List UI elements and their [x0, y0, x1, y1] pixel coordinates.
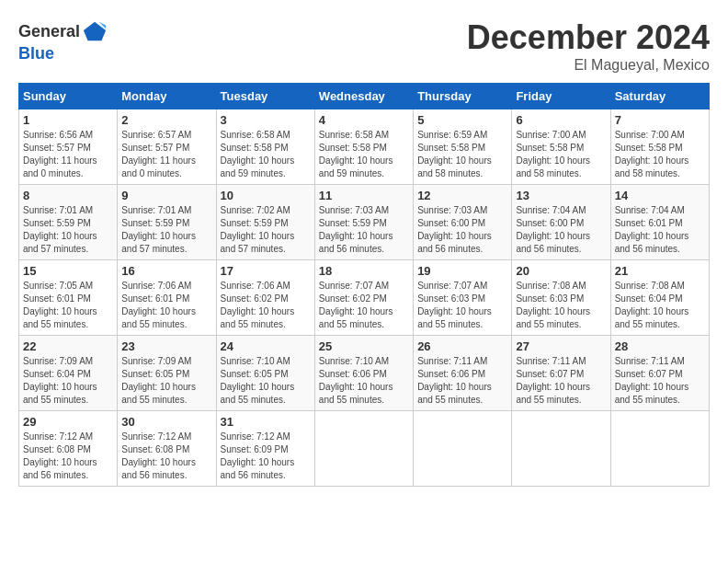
calendar-week-row: 29 Sunrise: 7:12 AMSunset: 6:08 PMDaylig… [19, 411, 710, 487]
weekday-header-cell: Monday [118, 84, 216, 109]
calendar-day-cell: 16 Sunrise: 7:06 AMSunset: 6:01 PMDaylig… [118, 260, 216, 336]
day-number: 25 [319, 339, 409, 353]
calendar-day-cell: 1 Sunrise: 6:56 AMSunset: 5:57 PMDayligh… [19, 109, 118, 185]
calendar-day-cell: 18 Sunrise: 7:07 AMSunset: 6:02 PMDaylig… [314, 260, 413, 336]
calendar-day-cell: 10 Sunrise: 7:02 AMSunset: 5:59 PMDaylig… [216, 185, 314, 260]
day-number: 19 [417, 264, 507, 278]
weekday-header-cell: Wednesday [314, 84, 413, 109]
day-info: Sunrise: 7:11 AMSunset: 6:07 PMDaylight:… [516, 356, 590, 405]
day-info: Sunrise: 7:00 AMSunset: 5:58 PMDaylight:… [615, 130, 689, 178]
day-info: Sunrise: 6:57 AMSunset: 5:57 PMDaylight:… [121, 130, 196, 178]
calendar-day-cell: 8 Sunrise: 7:01 AMSunset: 5:59 PMDayligh… [19, 185, 118, 260]
calendar-day-cell: 22 Sunrise: 7:09 AMSunset: 6:04 PMDaylig… [19, 336, 118, 411]
day-info: Sunrise: 7:11 AMSunset: 6:06 PMDaylight:… [417, 356, 492, 405]
weekday-header-cell: Friday [512, 84, 610, 109]
day-info: Sunrise: 7:07 AMSunset: 6:02 PMDaylight:… [319, 281, 393, 329]
calendar-day-cell: 26 Sunrise: 7:11 AMSunset: 6:06 PMDaylig… [414, 336, 512, 411]
calendar-day-cell: 2 Sunrise: 6:57 AMSunset: 5:57 PMDayligh… [118, 109, 216, 185]
weekday-header-cell: Tuesday [216, 84, 314, 109]
day-number: 13 [516, 189, 606, 202]
weekday-header-cell: Saturday [610, 84, 709, 109]
day-info: Sunrise: 6:58 AMSunset: 5:58 PMDaylight:… [221, 130, 295, 178]
day-number: 15 [23, 264, 113, 278]
calendar-day-cell: 28 Sunrise: 7:11 AMSunset: 6:07 PMDaylig… [610, 336, 709, 411]
day-number: 21 [615, 264, 705, 278]
day-number: 4 [319, 113, 409, 127]
day-info: Sunrise: 7:06 AMSunset: 6:01 PMDaylight:… [121, 281, 196, 329]
day-number: 12 [417, 189, 507, 202]
day-info: Sunrise: 6:59 AMSunset: 5:58 PMDaylight:… [417, 130, 492, 178]
day-number: 29 [23, 415, 113, 429]
calendar-day-cell: 13 Sunrise: 7:04 AMSunset: 6:00 PMDaylig… [512, 185, 610, 260]
calendar-day-cell: 23 Sunrise: 7:09 AMSunset: 6:05 PMDaylig… [118, 336, 216, 411]
day-number: 20 [516, 264, 606, 278]
day-info: Sunrise: 7:12 AMSunset: 6:08 PMDaylight:… [23, 431, 97, 480]
day-info: Sunrise: 7:04 AMSunset: 6:01 PMDaylight:… [615, 205, 689, 254]
calendar-day-cell: 30 Sunrise: 7:12 AMSunset: 6:08 PMDaylig… [118, 411, 216, 487]
day-number: 10 [221, 189, 311, 202]
calendar-day-cell: 15 Sunrise: 7:05 AMSunset: 6:01 PMDaylig… [19, 260, 118, 336]
day-number: 5 [417, 113, 507, 127]
calendar: SundayMondayTuesdayWednesdayThursdayFrid… [18, 83, 710, 487]
calendar-body: 1 Sunrise: 6:56 AMSunset: 5:57 PMDayligh… [19, 109, 710, 487]
day-number: 17 [221, 264, 311, 278]
calendar-day-cell: 12 Sunrise: 7:03 AMSunset: 6:00 PMDaylig… [414, 185, 512, 260]
calendar-day-cell: 20 Sunrise: 7:08 AMSunset: 6:03 PMDaylig… [512, 260, 610, 336]
day-number: 27 [516, 339, 606, 353]
calendar-week-row: 22 Sunrise: 7:09 AMSunset: 6:04 PMDaylig… [19, 336, 710, 411]
logo-blue: Blue [18, 44, 54, 63]
calendar-day-cell [414, 411, 512, 487]
calendar-day-cell: 25 Sunrise: 7:10 AMSunset: 6:06 PMDaylig… [314, 336, 413, 411]
day-info: Sunrise: 7:00 AMSunset: 5:58 PMDaylight:… [516, 130, 590, 178]
logo-general: General [18, 22, 80, 41]
day-info: Sunrise: 7:01 AMSunset: 5:59 PMDaylight:… [121, 205, 196, 254]
day-number: 16 [121, 264, 211, 278]
weekday-header-cell: Sunday [19, 84, 118, 109]
day-number: 8 [23, 189, 113, 202]
day-number: 2 [121, 113, 211, 127]
day-number: 14 [615, 189, 705, 202]
calendar-day-cell [512, 411, 610, 487]
day-info: Sunrise: 7:10 AMSunset: 6:05 PMDaylight:… [221, 356, 295, 405]
calendar-day-cell: 21 Sunrise: 7:08 AMSunset: 6:04 PMDaylig… [610, 260, 709, 336]
weekday-header-cell: Thursday [414, 84, 512, 109]
calendar-week-row: 8 Sunrise: 7:01 AMSunset: 5:59 PMDayligh… [19, 185, 710, 260]
title-area: December 2024 El Magueyal, Mexico [467, 18, 710, 74]
calendar-day-cell: 24 Sunrise: 7:10 AMSunset: 6:05 PMDaylig… [216, 336, 314, 411]
day-number: 24 [221, 339, 311, 353]
day-number: 30 [121, 415, 211, 429]
day-number: 23 [121, 339, 211, 353]
day-info: Sunrise: 7:01 AMSunset: 5:59 PMDaylight:… [23, 205, 97, 254]
day-info: Sunrise: 7:08 AMSunset: 6:03 PMDaylight:… [516, 281, 590, 329]
calendar-day-cell: 7 Sunrise: 7:00 AMSunset: 5:58 PMDayligh… [610, 109, 709, 185]
calendar-day-cell: 9 Sunrise: 7:01 AMSunset: 5:59 PMDayligh… [118, 185, 216, 260]
day-number: 6 [516, 113, 606, 127]
logo: General Blue [18, 18, 108, 63]
day-info: Sunrise: 7:12 AMSunset: 6:09 PMDaylight:… [221, 431, 295, 480]
day-info: Sunrise: 7:10 AMSunset: 6:06 PMDaylight:… [319, 356, 393, 405]
calendar-day-cell: 19 Sunrise: 7:07 AMSunset: 6:03 PMDaylig… [414, 260, 512, 336]
day-number: 18 [319, 264, 409, 278]
day-number: 1 [23, 113, 113, 127]
calendar-week-row: 1 Sunrise: 6:56 AMSunset: 5:57 PMDayligh… [19, 109, 710, 185]
calendar-day-cell: 5 Sunrise: 6:59 AMSunset: 5:58 PMDayligh… [414, 109, 512, 185]
weekday-header-row: SundayMondayTuesdayWednesdayThursdayFrid… [19, 84, 710, 109]
day-info: Sunrise: 7:07 AMSunset: 6:03 PMDaylight:… [417, 281, 492, 329]
day-info: Sunrise: 6:58 AMSunset: 5:58 PMDaylight:… [319, 130, 393, 178]
day-info: Sunrise: 7:05 AMSunset: 6:01 PMDaylight:… [23, 281, 97, 329]
day-number: 9 [121, 189, 211, 202]
day-number: 11 [319, 189, 409, 202]
calendar-day-cell: 3 Sunrise: 6:58 AMSunset: 5:58 PMDayligh… [216, 109, 314, 185]
day-number: 22 [23, 339, 113, 353]
calendar-day-cell: 31 Sunrise: 7:12 AMSunset: 6:09 PMDaylig… [216, 411, 314, 487]
day-info: Sunrise: 7:11 AMSunset: 6:07 PMDaylight:… [615, 356, 689, 405]
day-number: 28 [615, 339, 705, 353]
calendar-day-cell [610, 411, 709, 487]
calendar-day-cell [314, 411, 413, 487]
day-info: Sunrise: 7:06 AMSunset: 6:02 PMDaylight:… [221, 281, 295, 329]
day-info: Sunrise: 6:56 AMSunset: 5:57 PMDaylight:… [23, 130, 97, 178]
day-info: Sunrise: 7:12 AMSunset: 6:08 PMDaylight:… [121, 431, 196, 480]
day-info: Sunrise: 7:08 AMSunset: 6:04 PMDaylight:… [615, 281, 689, 329]
calendar-day-cell: 14 Sunrise: 7:04 AMSunset: 6:01 PMDaylig… [610, 185, 709, 260]
day-info: Sunrise: 7:09 AMSunset: 6:04 PMDaylight:… [23, 356, 97, 405]
